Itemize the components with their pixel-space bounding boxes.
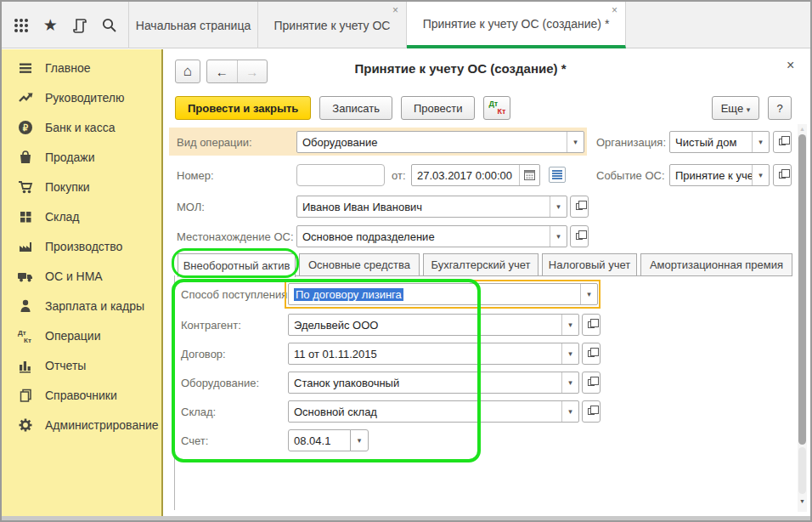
tab-label: Бухгалтерский учет [431,258,530,271]
forward-button[interactable]: → [238,60,268,82]
sidebar: Главное Руководителю ₽ Банк и касса Прод… [2,49,163,522]
account-value: 08.04.1 [289,434,350,447]
dropdown-icon[interactable]: ▾ [752,165,769,185]
search-icon[interactable] [99,15,119,36]
apps-menu-icon[interactable] [11,15,31,36]
os-event-input[interactable]: Принятие к учету ▾ [669,164,770,186]
scroll-up-icon[interactable]: ▲ [799,126,805,132]
tab-depreciation-bonus[interactable]: Амортизационная премия [640,253,792,276]
sidebar-item-label: Справочники [45,389,117,402]
operation-type-input[interactable]: Оборудование ▾ [296,131,584,153]
tab-close-icon[interactable]: × [392,6,398,14]
dropdown-icon[interactable]: ▾ [561,343,578,364]
sidebar-item-references[interactable]: Справочники [2,380,161,410]
counterparty-input[interactable]: Эдельвейс ООО ▾ [288,314,579,336]
calendar-button[interactable] [519,165,539,185]
svg-text:₽: ₽ [23,122,29,132]
scroll-down-icon[interactable]: ▼ [799,498,805,504]
equipment-label: Оборудование: [181,372,259,394]
tab-noncurrent-asset[interactable]: Внеоборотный актив [178,253,296,277]
account-dropdown-button[interactable]: ▾ [350,429,369,451]
tab-fixed-assets[interactable]: Основные средства [299,253,420,276]
truck-icon [17,268,34,285]
contract-value: 11 от 01.11.2015 [289,348,561,360]
tab-accounting[interactable]: Бухгалтерский учет [423,253,539,276]
post-and-close-button[interactable]: Провести и закрыть [175,96,311,120]
sidebar-item-label: Зарплата и кадры [45,299,144,313]
location-open-button[interactable] [570,225,589,247]
dropdown-icon[interactable]: ▾ [550,226,567,247]
sidebar-item-production[interactable]: Производство [2,231,161,261]
location-input[interactable]: Основное подразделение ▾ [296,225,567,247]
organization-input[interactable]: Чистый дом ▾ [669,131,770,153]
contract-open-button[interactable] [582,343,601,365]
contract-input[interactable]: 11 от 01.11.2015 ▾ [288,343,579,365]
sidebar-item-bank[interactable]: ₽ Банк и касса [2,112,161,142]
sidebar-item-os-nma[interactable]: ОС и НМА [2,261,161,291]
tab-tax-accounting[interactable]: Налоговый учет [542,253,637,276]
date-input[interactable]: 27.03.2017 0:00:00 [411,164,540,186]
equipment-open-button[interactable] [582,372,601,394]
dt-kt-button[interactable]: Дт Кт [483,96,510,120]
counterparty-open-button[interactable] [582,314,601,336]
more-label: Еще [721,102,743,115]
sidebar-item-manager[interactable]: Руководителю [2,82,161,112]
history-nav-group: ← → [206,60,268,83]
sidebar-item-administration[interactable]: Администрирование [2,410,161,440]
organization-open-button[interactable] [773,131,792,153]
open-icon [576,233,583,240]
history-icon[interactable] [70,15,90,36]
open-icon [588,379,595,386]
dropdown-icon[interactable]: ▾ [580,284,597,304]
mol-open-button[interactable] [570,196,589,218]
mol-input[interactable]: Иванов Иван Иванович ▾ [296,196,567,218]
dropdown-icon[interactable]: ▾ [550,196,567,217]
form-close-icon[interactable]: × [787,58,794,73]
dropdown-icon[interactable]: ▾ [561,315,578,335]
open-icon [588,408,595,415]
favorites-star-icon[interactable]: ★ [40,15,60,36]
tab-close-icon[interactable]: × [612,6,617,14]
ruble-circle-icon: ₽ [17,119,34,136]
sidebar-item-reports[interactable]: Отчеты [2,350,161,380]
window-tab-os-list[interactable]: Принятие к учету ОС × [258,2,407,48]
number-input[interactable] [296,164,385,186]
os-event-open-button[interactable] [773,164,792,186]
dropdown-icon[interactable]: ▾ [567,132,584,152]
home-button[interactable]: ⌂ [175,60,200,83]
sidebar-item-main[interactable]: Главное [2,53,161,82]
gear-icon [17,417,34,434]
account-input[interactable]: 08.04.1 [288,429,351,451]
back-button[interactable]: ← [207,60,238,82]
warehouse-open-button[interactable] [582,400,601,423]
window-tab-home[interactable]: Начальная страница [129,2,258,48]
window-tab-os-create[interactable]: Принятие к учету ОС (создание) * × [407,2,626,48]
sidebar-item-operations[interactable]: ДтКт Операции [2,321,161,350]
factory-icon [17,238,34,255]
scrollbar-thumb[interactable] [798,134,806,445]
counterparty-label: Контрагент: [181,314,241,336]
document-list-icon[interactable] [549,167,566,183]
sidebar-item-label: Главное [45,61,91,75]
write-button[interactable]: Записать [319,96,392,120]
equipment-input[interactable]: Станок упаковочный ▾ [288,372,579,394]
sidebar-item-sales[interactable]: Продажи [2,142,161,172]
sidebar-item-label: Банк и касса [45,121,115,134]
post-button[interactable]: Провести [401,96,476,120]
dropdown-icon[interactable]: ▾ [561,401,578,422]
sidebar-item-payroll[interactable]: Зарплата и кадры [2,291,161,321]
stacked-pages-icon [17,387,34,404]
dropdown-icon[interactable]: ▾ [752,132,769,152]
svg-text:Кт: Кт [24,337,31,343]
sidebar-item-purchases[interactable]: Покупки [2,172,161,201]
equipment-value: Станок упаковочный [289,377,561,389]
dropdown-icon[interactable]: ▾ [561,372,578,393]
sidebar-item-label: Администрирование [45,418,159,432]
acquisition-method-input[interactable]: По договору лизинга ▾ [288,283,598,305]
help-button[interactable]: ? [768,96,792,120]
warehouse-input[interactable]: Основной склад ▾ [288,400,579,423]
window-tab-label: Начальная страница [136,19,251,32]
scrollbar-track[interactable] [798,447,806,494]
more-button[interactable]: Еще ▾ [712,96,759,120]
sidebar-item-warehouse[interactable]: Склад [2,201,161,231]
